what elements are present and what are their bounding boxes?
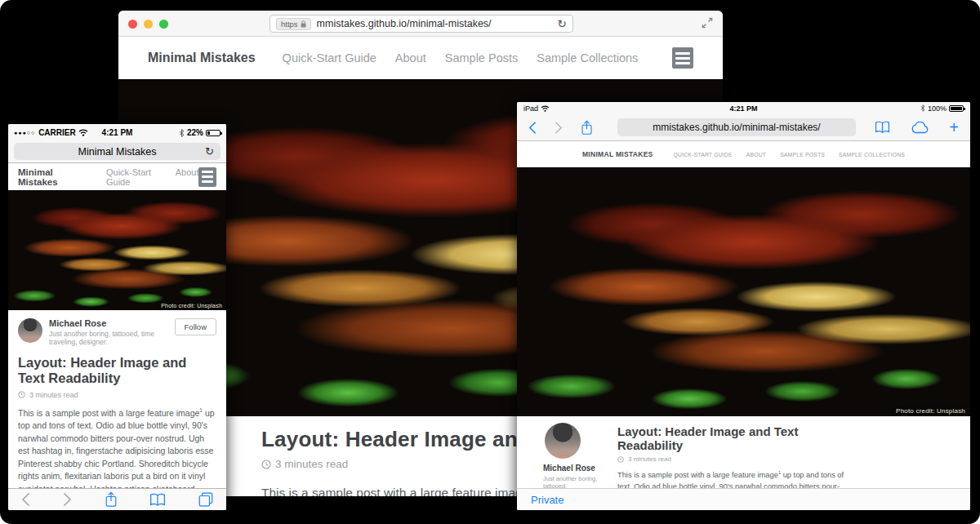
read-time-label: 3 minutes read [628, 455, 671, 463]
forward-icon[interactable] [555, 121, 563, 135]
post-title: Layout: Header Image and Text Readabilit… [617, 424, 851, 452]
hamburger-menu-button[interactable] [672, 47, 693, 69]
carrier-label: CARRIER [38, 128, 76, 137]
photo-credit-label: Photo credit: Unsplash [157, 301, 226, 310]
ipad-status-bar: iPad 4:21 PM 100% [517, 102, 970, 114]
bookmarks-icon[interactable] [149, 493, 166, 507]
private-browsing-bar: Private [517, 488, 970, 510]
iphone-site-nav: Minimal Mistakes Quick-Start Guide About [8, 163, 226, 190]
ipad-address-bar[interactable]: mmistakes.github.io/minimal-mistakes/ [617, 118, 856, 136]
iphone-status-bar: ●●●○○ CARRIER 4:21 PM 22% [8, 124, 226, 141]
read-time: 3 minutes read [18, 391, 216, 399]
bluetooth-icon [179, 129, 185, 137]
reload-icon[interactable]: ↻ [205, 146, 214, 157]
clock-icon [617, 456, 624, 463]
back-icon[interactable] [528, 121, 537, 135]
page-title-label: Minimal Mistakes [78, 146, 157, 158]
signal-strength-icon: ●●●○○ [14, 130, 35, 135]
nav-item-about[interactable]: ABOUT [746, 152, 766, 158]
read-time: 3 minutes read [617, 455, 851, 463]
back-icon[interactable] [21, 492, 30, 507]
share-icon[interactable] [105, 491, 118, 508]
site-brand-link[interactable]: MINIMAL MISTAKES [582, 150, 653, 158]
lock-icon [301, 20, 306, 28]
ipad-browser-toolbar: mmistakes.github.io/minimal-mistakes/ + [517, 114, 970, 141]
follow-button[interactable]: Follow [175, 318, 216, 335]
author-sidebar: Michael Rose Just another boring, tattoo… [543, 423, 608, 490]
header-image: Photo credit: Unsplash [517, 167, 970, 416]
post-title: Layout: Header Image and Text Readabilit… [18, 355, 216, 387]
nav-item-quick-start-guide[interactable]: Quick-Start Guide [106, 167, 161, 187]
clock-icon [18, 391, 25, 398]
nav-item-about[interactable]: About [176, 167, 199, 187]
icloud-icon[interactable] [910, 122, 929, 134]
author-name: Michael Rose [49, 318, 168, 330]
header-image: Photo credit: Unsplash [8, 190, 226, 310]
nav-item-sample-posts[interactable]: SAMPLE POSTS [780, 152, 825, 158]
zoom-window-button[interactable] [159, 20, 168, 29]
composite-canvas: https mmistakes.github.io/minimal-mistak… [0, 0, 980, 524]
private-button[interactable]: Private [531, 494, 564, 506]
nav-item-sample-collections[interactable]: Sample Collections [537, 51, 638, 64]
iphone-mockup: ●●●○○ CARRIER 4:21 PM 22% Minimal Mistak… [8, 124, 226, 510]
site-brand-link[interactable]: Minimal Mistakes [148, 51, 256, 65]
reload-icon[interactable]: ↻ [557, 18, 567, 29]
iphone-url-row: Minimal Mistakes ↻ [8, 141, 226, 163]
read-time-label: 3 minutes read [275, 458, 348, 470]
clock-icon [261, 460, 271, 469]
wifi-icon [78, 129, 88, 136]
close-window-button[interactable] [128, 20, 137, 29]
nav-item-quick-start-guide[interactable]: Quick-Start Guide [283, 51, 376, 64]
https-badge: https [276, 18, 311, 30]
share-icon[interactable] [581, 120, 593, 135]
hamburger-menu-button[interactable] [198, 167, 216, 187]
minimize-window-button[interactable] [144, 20, 153, 29]
nav-item-sample-collections[interactable]: SAMPLE COLLECTIONS [839, 152, 905, 158]
battery-percent: 22% [187, 128, 203, 137]
ipad-mockup: iPad 4:21 PM 100% [517, 102, 970, 510]
author-name: Michael Rose [543, 464, 608, 473]
ipad-site-nav: MINIMAL MISTAKES QUICK-START GUIDE ABOUT… [517, 141, 970, 167]
author-bio: Just another boring, tattooed, time trav… [49, 330, 168, 347]
nav-item-quick-start-guide[interactable]: QUICK-START GUIDE [674, 152, 733, 158]
site-brand-link[interactable]: Minimal Mistakes [18, 167, 83, 187]
battery-icon [206, 130, 220, 136]
status-time: 4:21 PM [517, 104, 970, 113]
nav-item-sample-posts[interactable]: Sample Posts [445, 51, 518, 64]
desktop-address-bar[interactable]: https mmistakes.github.io/minimal-mistak… [270, 15, 573, 33]
author-avatar [18, 318, 42, 343]
iphone-address-bar[interactable]: Minimal Mistakes ↻ [14, 143, 220, 160]
desktop-site-nav: Minimal Mistakes Quick-Start Guide About… [118, 37, 723, 79]
fullscreen-expand-icon[interactable] [702, 17, 713, 29]
battery-icon [949, 105, 964, 112]
desktop-browser-chrome: https mmistakes.github.io/minimal-mistak… [118, 11, 723, 37]
iphone-article: Michael Rose Just another boring, tattoo… [8, 310, 226, 510]
photo-credit-label: Photo credit: Unsplash [891, 406, 970, 416]
url-text: mmistakes.github.io/minimal-mistakes/ [317, 18, 552, 29]
iphone-bottom-toolbar [8, 488, 226, 510]
read-time-label: 3 minutes read [29, 391, 78, 399]
new-tab-icon[interactable]: + [949, 119, 959, 135]
tabs-icon[interactable] [198, 492, 213, 507]
bookmarks-icon[interactable] [875, 121, 890, 134]
window-controls [128, 20, 168, 29]
site-nav-items: Quick-Start Guide About Sample Posts Sam… [283, 51, 639, 64]
forward-icon[interactable] [63, 492, 72, 507]
author-avatar [545, 423, 581, 459]
author-row: Michael Rose Just another boring, tattoo… [18, 318, 216, 347]
nav-item-about[interactable]: About [395, 51, 426, 64]
https-label: https [281, 20, 298, 29]
